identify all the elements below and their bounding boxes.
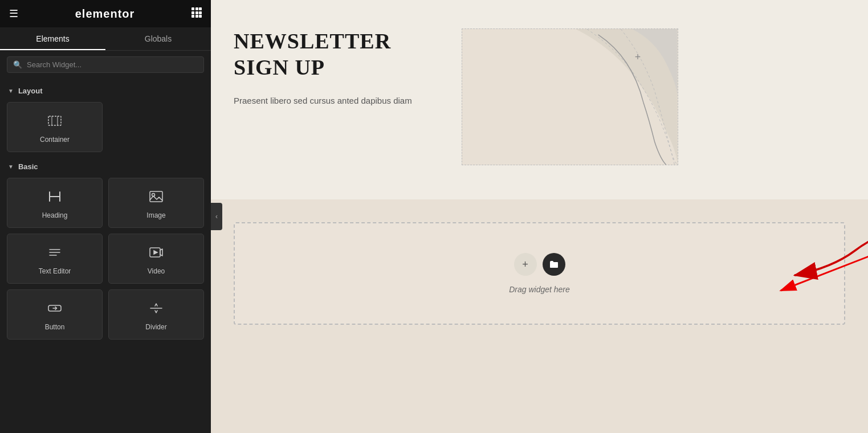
svg-rect-0 <box>191 7 194 10</box>
drop-zone-section: + Drag widget here <box>211 199 868 433</box>
svg-rect-5 <box>199 11 202 14</box>
svg-text:+: + <box>635 51 641 63</box>
tabs-container: Elements Globals <box>0 27 211 51</box>
widget-heading[interactable]: Heading <box>7 178 103 228</box>
section-basic-header[interactable]: ▼ Basic <box>0 154 211 175</box>
basic-arrow: ▼ <box>8 164 14 170</box>
drop-zone[interactable]: + Drag widget here <box>234 222 845 325</box>
drop-zone-label: Drag widget here <box>509 285 570 294</box>
svg-rect-3 <box>191 11 194 14</box>
main-canvas: NEWSLETTER SIGN UP Praesent libero sed c… <box>211 0 868 433</box>
newsletter-section: NEWSLETTER SIGN UP Praesent libero sed c… <box>211 0 868 199</box>
widget-divider[interactable]: Divider <box>108 289 204 340</box>
video-icon <box>148 244 164 263</box>
grid-icon[interactable] <box>191 7 202 21</box>
widget-container[interactable]: Container <box>7 102 103 152</box>
svg-rect-7 <box>195 15 198 18</box>
container-icon <box>47 113 63 131</box>
svg-rect-6 <box>191 15 194 18</box>
widget-heading-label: Heading <box>42 211 68 219</box>
svg-rect-12 <box>150 191 162 202</box>
newsletter-content: NEWSLETTER SIGN UP Praesent libero sed c… <box>234 28 439 108</box>
widget-video-label: Video <box>148 267 165 275</box>
image-icon <box>148 189 164 207</box>
search-input[interactable] <box>27 60 198 69</box>
divider-icon <box>148 300 164 318</box>
template-library-button[interactable] <box>543 253 565 276</box>
svg-rect-1 <box>195 7 198 10</box>
widget-video[interactable]: Video <box>108 234 204 284</box>
newsletter-title: NEWSLETTER SIGN UP <box>234 28 439 80</box>
section-layout-header[interactable]: ▼ Layout <box>0 79 211 100</box>
svg-rect-8 <box>199 15 202 18</box>
basic-label: Basic <box>18 162 38 171</box>
widget-text-editor-label: Text Editor <box>39 267 71 275</box>
basic-widgets-grid: Heading Image <box>0 175 211 342</box>
search-icon: 🔍 <box>13 60 22 69</box>
search-box: 🔍 <box>7 56 204 73</box>
widget-text-editor[interactable]: Text Editor <box>7 234 103 284</box>
text-editor-icon <box>47 244 63 263</box>
svg-marker-18 <box>154 251 157 254</box>
add-element-button[interactable]: + <box>514 253 537 276</box>
newsletter-description: Praesent libero sed cursus anted dapibus… <box>234 94 439 108</box>
svg-rect-4 <box>195 11 198 14</box>
layout-label: Layout <box>18 87 43 95</box>
sidebar-collapse-toggle[interactable]: ‹ <box>211 203 222 230</box>
drop-zone-buttons: + <box>514 253 565 276</box>
button-icon <box>47 300 63 318</box>
widget-button-label: Button <box>45 323 65 331</box>
widget-container-label: Container <box>40 136 70 144</box>
sidebar: ☰ elementor Elements Globals <box>0 0 211 433</box>
sidebar-header: ☰ elementor <box>0 0 211 27</box>
widget-image[interactable]: Image <box>108 178 204 228</box>
layout-arrow: ▼ <box>8 88 14 94</box>
newsletter-image-area[interactable]: + <box>462 28 678 165</box>
search-container: 🔍 <box>0 51 211 79</box>
sidebar-content: ▼ Layout Container <box>0 79 211 433</box>
svg-rect-9 <box>48 116 61 125</box>
heading-icon <box>47 189 63 207</box>
widget-image-label: Image <box>146 211 165 219</box>
hamburger-icon[interactable]: ☰ <box>9 7 18 20</box>
svg-rect-2 <box>199 7 202 10</box>
widget-button[interactable]: Button <box>7 289 103 340</box>
layout-widgets-grid: Container <box>0 100 211 154</box>
tab-globals[interactable]: Globals <box>105 27 211 50</box>
tab-elements[interactable]: Elements <box>0 27 105 50</box>
elementor-logo: elementor <box>75 7 135 21</box>
widget-divider-label: Divider <box>145 323 166 331</box>
